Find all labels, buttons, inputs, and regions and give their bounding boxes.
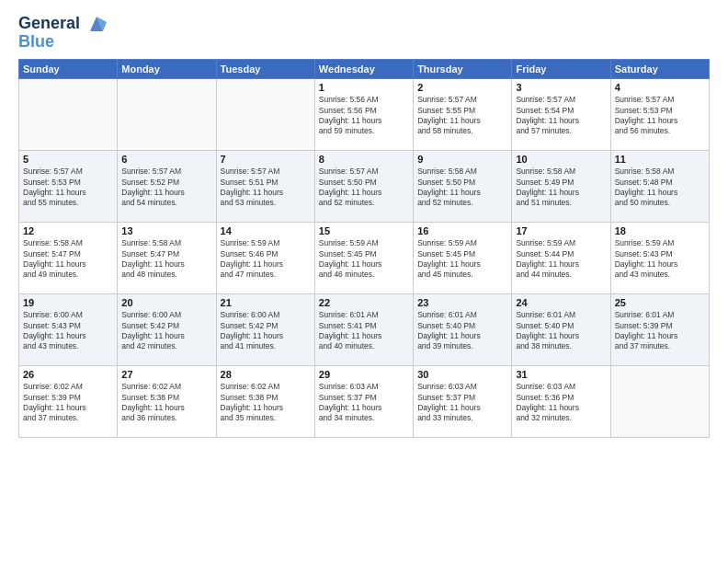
- day-number: 26: [23, 369, 113, 380]
- day-number: 12: [23, 225, 113, 236]
- calendar-cell: [610, 366, 709, 438]
- day-number: 11: [615, 154, 705, 165]
- cell-info: Sunrise: 5:57 AM Sunset: 5:54 PM Dayligh…: [516, 95, 606, 137]
- cell-info: Sunrise: 5:57 AM Sunset: 5:55 PM Dayligh…: [417, 95, 507, 137]
- calendar-cell: 22Sunrise: 6:01 AM Sunset: 5:41 PM Dayli…: [314, 294, 413, 366]
- calendar-cell: 26Sunrise: 6:02 AM Sunset: 5:39 PM Dayli…: [19, 366, 118, 438]
- calendar-cell: 29Sunrise: 6:03 AM Sunset: 5:37 PM Dayli…: [314, 366, 413, 438]
- calendar-cell: 23Sunrise: 6:01 AM Sunset: 5:40 PM Dayli…: [414, 294, 512, 366]
- logo-icon: [86, 15, 107, 33]
- calendar-cell: 30Sunrise: 6:03 AM Sunset: 5:37 PM Dayli…: [414, 366, 512, 438]
- day-number: 19: [23, 297, 113, 308]
- calendar-cell: 7Sunrise: 5:57 AM Sunset: 5:51 PM Daylig…: [216, 151, 314, 223]
- weekday-header: Tuesday: [216, 60, 314, 79]
- cell-info: Sunrise: 6:00 AM Sunset: 5:42 PM Dayligh…: [221, 310, 311, 352]
- calendar-header: SundayMondayTuesdayWednesdayThursdayFrid…: [19, 60, 710, 79]
- cell-info: Sunrise: 5:56 AM Sunset: 5:56 PM Dayligh…: [319, 95, 409, 137]
- weekday-header: Friday: [512, 60, 610, 79]
- weekday-header: Wednesday: [314, 60, 413, 79]
- calendar-cell: 16Sunrise: 5:59 AM Sunset: 5:45 PM Dayli…: [414, 223, 512, 294]
- day-number: 1: [319, 82, 409, 93]
- cell-info: Sunrise: 5:59 AM Sunset: 5:46 PM Dayligh…: [221, 238, 311, 281]
- calendar-cell: 11Sunrise: 5:58 AM Sunset: 5:48 PM Dayli…: [610, 151, 709, 223]
- day-number: 4: [615, 82, 705, 93]
- cell-info: Sunrise: 6:00 AM Sunset: 5:43 PM Dayligh…: [23, 310, 113, 352]
- cell-info: Sunrise: 5:57 AM Sunset: 5:53 PM Dayligh…: [23, 167, 113, 209]
- calendar-cell: 4Sunrise: 5:57 AM Sunset: 5:53 PM Daylig…: [610, 79, 709, 151]
- calendar-cell: 28Sunrise: 6:02 AM Sunset: 5:38 PM Dayli…: [216, 366, 314, 438]
- day-number: 9: [417, 154, 507, 165]
- day-number: 22: [319, 297, 409, 308]
- cell-info: Sunrise: 5:57 AM Sunset: 5:52 PM Dayligh…: [121, 167, 211, 209]
- day-number: 10: [516, 154, 606, 165]
- day-number: 2: [417, 82, 507, 93]
- day-number: 23: [417, 297, 507, 308]
- calendar-cell: 20Sunrise: 6:00 AM Sunset: 5:42 PM Dayli…: [118, 294, 216, 366]
- calendar-cell: [216, 79, 314, 151]
- day-number: 31: [516, 369, 606, 380]
- calendar-cell: 6Sunrise: 5:57 AM Sunset: 5:52 PM Daylig…: [118, 151, 216, 223]
- day-number: 14: [221, 225, 311, 236]
- calendar-cell: 25Sunrise: 6:01 AM Sunset: 5:39 PM Dayli…: [610, 294, 709, 366]
- calendar-week-row: 12Sunrise: 5:58 AM Sunset: 5:47 PM Dayli…: [19, 223, 710, 294]
- cell-info: Sunrise: 6:01 AM Sunset: 5:40 PM Dayligh…: [516, 310, 606, 352]
- day-number: 25: [615, 297, 705, 308]
- cell-info: Sunrise: 5:58 AM Sunset: 5:48 PM Dayligh…: [615, 167, 705, 209]
- cell-info: Sunrise: 6:01 AM Sunset: 5:39 PM Dayligh…: [615, 310, 705, 352]
- cell-info: Sunrise: 5:57 AM Sunset: 5:53 PM Dayligh…: [615, 95, 705, 137]
- calendar-cell: [19, 79, 118, 151]
- day-number: 24: [516, 297, 606, 308]
- calendar-week-row: 5Sunrise: 5:57 AM Sunset: 5:53 PM Daylig…: [19, 151, 710, 223]
- cell-info: Sunrise: 5:59 AM Sunset: 5:45 PM Dayligh…: [319, 238, 409, 281]
- calendar-cell: 10Sunrise: 5:58 AM Sunset: 5:49 PM Dayli…: [512, 151, 610, 223]
- logo: General Blue: [18, 15, 107, 52]
- cell-info: Sunrise: 5:57 AM Sunset: 5:51 PM Dayligh…: [221, 167, 311, 209]
- header: General Blue: [18, 15, 710, 52]
- calendar-body: 1Sunrise: 5:56 AM Sunset: 5:56 PM Daylig…: [19, 79, 710, 438]
- calendar-cell: 2Sunrise: 5:57 AM Sunset: 5:55 PM Daylig…: [414, 79, 512, 151]
- day-number: 28: [221, 369, 311, 380]
- cell-info: Sunrise: 6:01 AM Sunset: 5:40 PM Dayligh…: [417, 310, 507, 352]
- day-number: 27: [121, 369, 211, 380]
- day-number: 17: [516, 225, 606, 236]
- day-number: 6: [121, 154, 211, 165]
- day-number: 29: [319, 369, 409, 380]
- day-number: 18: [615, 225, 705, 236]
- day-number: 3: [516, 82, 606, 93]
- day-number: 7: [221, 154, 311, 165]
- logo-general: General: [18, 14, 80, 32]
- cell-info: Sunrise: 5:58 AM Sunset: 5:47 PM Dayligh…: [121, 238, 211, 281]
- calendar-cell: 14Sunrise: 5:59 AM Sunset: 5:46 PM Dayli…: [216, 223, 314, 294]
- calendar-cell: 1Sunrise: 5:56 AM Sunset: 5:56 PM Daylig…: [314, 79, 413, 151]
- day-number: 16: [417, 225, 507, 236]
- cell-info: Sunrise: 6:03 AM Sunset: 5:37 PM Dayligh…: [319, 382, 409, 424]
- calendar-cell: 17Sunrise: 5:59 AM Sunset: 5:44 PM Dayli…: [512, 223, 610, 294]
- weekday-header: Sunday: [19, 60, 118, 79]
- calendar-cell: 3Sunrise: 5:57 AM Sunset: 5:54 PM Daylig…: [512, 79, 610, 151]
- day-number: 20: [121, 297, 211, 308]
- calendar-table: SundayMondayTuesdayWednesdayThursdayFrid…: [18, 59, 710, 438]
- calendar-cell: 13Sunrise: 5:58 AM Sunset: 5:47 PM Dayli…: [118, 223, 216, 294]
- cell-info: Sunrise: 5:58 AM Sunset: 5:50 PM Dayligh…: [417, 167, 507, 209]
- day-number: 21: [221, 297, 311, 308]
- calendar-cell: 8Sunrise: 5:57 AM Sunset: 5:50 PM Daylig…: [314, 151, 413, 223]
- logo-blue: Blue: [18, 33, 107, 52]
- cell-info: Sunrise: 6:00 AM Sunset: 5:42 PM Dayligh…: [121, 310, 211, 352]
- weekday-header-row: SundayMondayTuesdayWednesdayThursdayFrid…: [19, 60, 710, 79]
- weekday-header: Thursday: [414, 60, 512, 79]
- calendar-cell: 31Sunrise: 6:03 AM Sunset: 5:36 PM Dayli…: [512, 366, 610, 438]
- calendar-week-row: 19Sunrise: 6:00 AM Sunset: 5:43 PM Dayli…: [19, 294, 710, 366]
- cell-info: Sunrise: 5:59 AM Sunset: 5:44 PM Dayligh…: [516, 238, 606, 281]
- calendar-cell: 21Sunrise: 6:00 AM Sunset: 5:42 PM Dayli…: [216, 294, 314, 366]
- calendar-cell: 18Sunrise: 5:59 AM Sunset: 5:43 PM Dayli…: [610, 223, 709, 294]
- calendar-cell: 15Sunrise: 5:59 AM Sunset: 5:45 PM Dayli…: [314, 223, 413, 294]
- cell-info: Sunrise: 5:58 AM Sunset: 5:47 PM Dayligh…: [23, 238, 113, 281]
- day-number: 15: [319, 225, 409, 236]
- calendar-cell: 27Sunrise: 6:02 AM Sunset: 5:38 PM Dayli…: [118, 366, 216, 438]
- calendar-cell: 12Sunrise: 5:58 AM Sunset: 5:47 PM Dayli…: [19, 223, 118, 294]
- cell-info: Sunrise: 6:02 AM Sunset: 5:39 PM Dayligh…: [23, 382, 113, 424]
- weekday-header: Monday: [118, 60, 216, 79]
- cell-info: Sunrise: 5:57 AM Sunset: 5:50 PM Dayligh…: [319, 167, 409, 209]
- cell-info: Sunrise: 6:03 AM Sunset: 5:36 PM Dayligh…: [516, 382, 606, 424]
- cell-info: Sunrise: 6:02 AM Sunset: 5:38 PM Dayligh…: [121, 382, 211, 424]
